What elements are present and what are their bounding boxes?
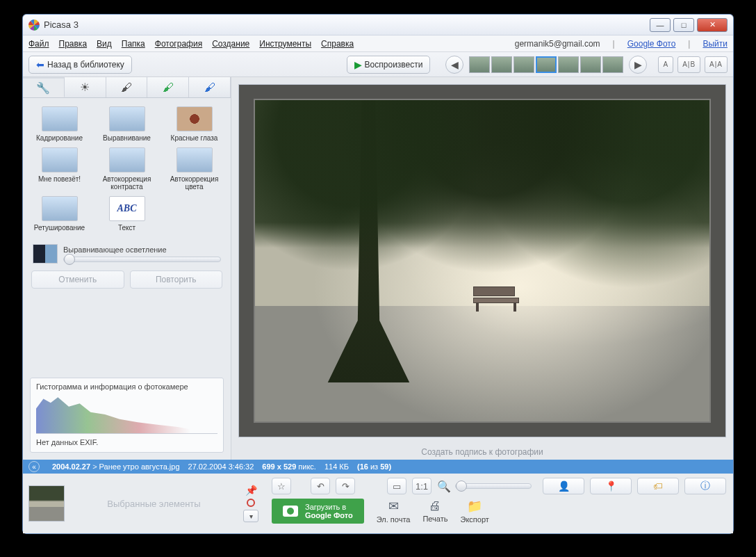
- minimize-button[interactable]: —: [650, 18, 671, 32]
- tool-crop[interactable]: Кадрирование: [28, 106, 90, 142]
- menu-folder[interactable]: Папка: [122, 39, 145, 49]
- tool-retouch[interactable]: Ретуширование: [28, 196, 90, 232]
- print-button[interactable]: 🖨Печать: [422, 499, 447, 523]
- titlebar[interactable]: Picasa 3 — □ ✕: [23, 15, 733, 35]
- menu-help[interactable]: Справка: [321, 39, 354, 49]
- thumbnail[interactable]: [580, 56, 601, 73]
- edit-sidebar: 🔧 ☀ 🖌 🖌 🖌 Кадрирование Выравнивание Крас…: [23, 77, 231, 460]
- app-window: Picasa 3 — □ ✕ Файл Правка Вид Папка Фот…: [22, 14, 734, 534]
- email-icon: ✉: [388, 499, 399, 514]
- zoom-slider[interactable]: [455, 483, 532, 489]
- geo-tag-button[interactable]: 📍: [590, 478, 632, 494]
- lucky-icon: [42, 147, 78, 172]
- menu-photo[interactable]: Фотография: [155, 39, 202, 49]
- back-label: Назад в библиотеку: [47, 60, 124, 70]
- fill-light-label: Выравнивающее осветление: [63, 245, 221, 254]
- status-infobar: « 2004.02.27 > Ранее утро августа.jpg 27…: [23, 460, 733, 474]
- thumbnail[interactable]: [602, 56, 623, 73]
- tool-auto-color[interactable]: Автокоррекция цвета: [163, 147, 225, 191]
- tool-straighten[interactable]: Выравнивание: [96, 106, 158, 142]
- zoom-icon: 🔍: [437, 480, 451, 493]
- caption-input[interactable]: Создать подпись к фотографии: [231, 444, 733, 460]
- clear-tray-icon[interactable]: [247, 499, 255, 507]
- camera-icon: [283, 506, 298, 517]
- tool-auto-contrast[interactable]: Автокоррекция контраста: [96, 147, 158, 191]
- fill-light-group: Выравнивающее осветление: [23, 240, 231, 271]
- star-button[interactable]: ☆: [272, 478, 291, 494]
- menu-tools[interactable]: Инструменты: [259, 39, 311, 49]
- histogram-title: Гистограмма и информация о фотокамере: [36, 382, 217, 391]
- menu-view[interactable]: Вид: [97, 39, 112, 49]
- retouch-icon: [42, 196, 78, 221]
- compare-a-button[interactable]: A: [658, 56, 673, 73]
- account-email[interactable]: germanik5@gmail.com: [515, 39, 600, 49]
- brush-blue-icon: 🖌: [204, 81, 215, 94]
- menubar: Файл Правка Вид Папка Фотография Создани…: [23, 35, 733, 52]
- actions-panel: ☆ ↶ ↷ ▭ 1:1 🔍 👤 📍 🏷 ⓘ: [265, 474, 733, 533]
- tool-redeye[interactable]: Красные глаза: [163, 106, 225, 142]
- thumbnail-selected[interactable]: [536, 56, 557, 73]
- compare-ab-button[interactable]: A|B: [677, 56, 700, 73]
- fit-button[interactable]: ▭: [387, 478, 406, 494]
- rotate-right-button[interactable]: ↷: [336, 478, 355, 494]
- close-button[interactable]: ✕: [697, 18, 728, 32]
- compare-aa-button[interactable]: A|A: [705, 56, 728, 73]
- pin-icon[interactable]: 📌: [245, 485, 257, 496]
- fill-light-icon: [33, 244, 58, 264]
- tab-effects-1[interactable]: 🖌: [106, 77, 148, 97]
- menu-create[interactable]: Создание: [212, 39, 249, 49]
- tray-dropdown[interactable]: ▾: [243, 510, 258, 522]
- sun-icon: ☀: [80, 81, 90, 94]
- file-path: 2004.02.27 > Ранее утро августа.jpg: [52, 462, 180, 471]
- photo-canvas[interactable]: [238, 84, 726, 437]
- play-icon: ▶: [354, 59, 362, 70]
- actual-size-button[interactable]: 1:1: [412, 478, 432, 494]
- play-label: Воспроизвести: [365, 60, 423, 70]
- thumbnail[interactable]: [558, 56, 579, 73]
- tray-thumbnail[interactable]: [28, 485, 65, 522]
- histogram-panel: Гистограмма и информация о фотокамере Не…: [30, 378, 224, 453]
- email-button[interactable]: ✉Эл. почта: [377, 499, 411, 524]
- play-slideshow-button[interactable]: ▶ Воспроизвести: [347, 56, 431, 74]
- tab-tuning[interactable]: ☀: [65, 77, 106, 97]
- tab-effects-2[interactable]: 🖌: [147, 77, 189, 97]
- file-datetime: 27.02.2004 3:46:32: [188, 462, 254, 471]
- menu-file[interactable]: Файл: [28, 39, 49, 49]
- redo-button[interactable]: Повторить: [130, 271, 223, 289]
- tag-button[interactable]: 🏷: [637, 478, 679, 494]
- tool-text[interactable]: Текст: [96, 196, 158, 232]
- rotate-left-button[interactable]: ↶: [311, 478, 330, 494]
- google-photos-link[interactable]: Google Фото: [627, 39, 676, 49]
- prev-photo-button[interactable]: ◀: [445, 56, 463, 74]
- logout-link[interactable]: Выйти: [702, 39, 728, 49]
- filmstrip: [469, 56, 623, 73]
- undo-button[interactable]: Отменить: [31, 271, 124, 289]
- brush-icon: 🖌: [121, 81, 132, 94]
- tool-lucky[interactable]: Мне повезёт!: [28, 147, 90, 191]
- maximize-button[interactable]: □: [673, 18, 694, 32]
- color-icon: [176, 147, 213, 172]
- thumbnail[interactable]: [469, 56, 490, 73]
- next-photo-button[interactable]: ▶: [629, 56, 647, 74]
- collapse-tray-button[interactable]: «: [28, 461, 40, 472]
- crop-icon: [42, 106, 78, 131]
- photo-bench-detail: [473, 286, 519, 312]
- tab-basic-fixes[interactable]: 🔧: [23, 77, 65, 97]
- window-title: Picasa 3: [44, 19, 650, 30]
- export-icon: 📁: [467, 499, 482, 514]
- info-button[interactable]: ⓘ: [684, 478, 726, 494]
- upload-google-photos-button[interactable]: Загрузить вGoogle Фото: [272, 499, 364, 524]
- print-icon: 🖨: [429, 499, 441, 513]
- arrow-left-icon: ⬅: [36, 60, 44, 70]
- back-to-library-button[interactable]: ⬅ Назад в библиотеку: [28, 56, 132, 74]
- viewer-pane: Создать подпись к фотографии: [231, 77, 733, 460]
- position-counter: (16 из 59): [357, 462, 391, 471]
- histogram-graph: [36, 395, 217, 434]
- export-button[interactable]: 📁Экспорт: [460, 499, 488, 524]
- menu-edit[interactable]: Правка: [59, 39, 88, 49]
- thumbnail[interactable]: [513, 56, 534, 73]
- fill-light-slider[interactable]: [63, 257, 221, 262]
- people-tag-button[interactable]: 👤: [543, 478, 584, 494]
- thumbnail[interactable]: [491, 56, 512, 73]
- tab-effects-3[interactable]: 🖌: [189, 77, 231, 97]
